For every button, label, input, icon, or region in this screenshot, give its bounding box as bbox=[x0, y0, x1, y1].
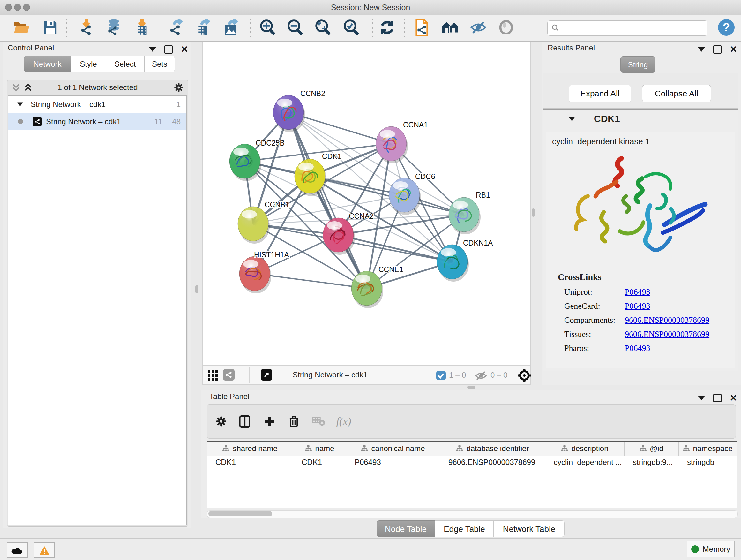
close-panel-icon[interactable]: ✕ bbox=[730, 46, 737, 53]
show-columns-icon[interactable] bbox=[239, 415, 250, 428]
table-hscrollbar[interactable] bbox=[207, 510, 738, 518]
node-CDC25B[interactable] bbox=[229, 144, 261, 181]
right-splitter-handle[interactable] bbox=[532, 208, 535, 217]
crosslink-row: Compartments: 9606.ENSP00000378699 bbox=[564, 315, 735, 325]
column-header-description[interactable]: description bbox=[545, 442, 624, 455]
help-icon[interactable]: ? bbox=[718, 19, 735, 37]
zoom-out-icon[interactable] bbox=[287, 19, 304, 37]
network-canvas[interactable]: CCNB2CCNA1CDC25BCDK1CDC6RB1CCNB1CCNA2CDK… bbox=[202, 42, 531, 366]
network-options-gear-icon[interactable] bbox=[174, 83, 184, 92]
node-HIST1H1A[interactable] bbox=[239, 256, 271, 294]
node-CDC6[interactable] bbox=[389, 178, 421, 215]
search-icon bbox=[551, 24, 559, 32]
string-network-badge-icon[interactable] bbox=[223, 369, 234, 381]
string-network-icon bbox=[32, 117, 42, 126]
column-header-namespace[interactable]: namespace bbox=[679, 442, 737, 455]
edge-CCNB2-CCNE1[interactable] bbox=[288, 112, 367, 288]
toolbar-separator bbox=[373, 19, 373, 37]
warning-status-button[interactable] bbox=[34, 543, 55, 558]
tab-network[interactable]: Network bbox=[24, 56, 71, 72]
close-panel-icon[interactable]: ✕ bbox=[181, 46, 188, 53]
create-column-plus-icon[interactable] bbox=[264, 416, 275, 427]
float-panel-icon[interactable] bbox=[149, 47, 156, 52]
hidden-eye-icon[interactable] bbox=[475, 371, 487, 381]
save-icon[interactable] bbox=[43, 20, 58, 36]
tab-string[interactable]: String bbox=[620, 56, 656, 73]
open-folder-icon[interactable] bbox=[13, 20, 30, 36]
column-header-name[interactable]: name bbox=[293, 442, 346, 455]
toolbar-separator bbox=[250, 19, 251, 37]
collapse-all-button[interactable]: Collapse All bbox=[642, 84, 711, 103]
collapse-entry-icon[interactable] bbox=[568, 117, 576, 121]
zoom-fit-icon[interactable] bbox=[315, 19, 332, 37]
node-CCNB2[interactable] bbox=[273, 95, 305, 132]
node-CCNE1[interactable] bbox=[351, 271, 383, 308]
import-database-icon[interactable] bbox=[105, 19, 122, 37]
table-options-gear-icon[interactable] bbox=[216, 416, 226, 427]
refresh-icon[interactable] bbox=[379, 19, 395, 37]
export-network-icon[interactable] bbox=[167, 19, 184, 37]
maximize-panel-icon[interactable] bbox=[164, 45, 173, 54]
network-tree-row[interactable]: String Network – cdk1 11 48 bbox=[8, 113, 186, 130]
import-string-document-icon[interactable] bbox=[414, 18, 430, 38]
cytoscape-window: Session: New Session bbox=[0, 0, 741, 560]
node-CDKN1A[interactable] bbox=[437, 245, 469, 282]
edge-CCNE1-HIST1H1A[interactable] bbox=[255, 273, 367, 288]
export-image-icon[interactable] bbox=[223, 19, 239, 37]
node-RB1[interactable] bbox=[449, 197, 481, 234]
column-header-database-identifier[interactable]: database identifier bbox=[440, 442, 545, 455]
column-header--id[interactable]: @id bbox=[624, 442, 679, 455]
crosslink-value-link[interactable]: 9606.ENSP00000378699 bbox=[625, 315, 710, 325]
delete-table-icon[interactable] bbox=[313, 417, 325, 426]
tab-select[interactable]: Select bbox=[106, 56, 144, 72]
crosslink-value-link[interactable]: P06493 bbox=[625, 301, 650, 311]
birds-eye-view-icon[interactable] bbox=[208, 370, 219, 381]
open-in-browser-icon[interactable] bbox=[261, 369, 272, 381]
zoom-selected-icon[interactable] bbox=[343, 19, 360, 37]
export-table-icon[interactable] bbox=[195, 19, 212, 37]
maximize-panel-icon[interactable] bbox=[713, 394, 722, 402]
column-header-shared-name[interactable]: shared name bbox=[207, 442, 293, 455]
tab-network-table[interactable]: Network Table bbox=[494, 520, 564, 537]
node-label-CDKN1A: CDKN1A bbox=[463, 239, 493, 247]
horizontal-splitter-handle[interactable] bbox=[467, 386, 475, 389]
home-icon[interactable] bbox=[441, 20, 459, 36]
crosslink-value-link[interactable]: P06493 bbox=[625, 287, 650, 297]
search-input[interactable] bbox=[562, 22, 703, 34]
zoom-in-icon[interactable] bbox=[259, 19, 277, 37]
fit-selected-crosshair-icon[interactable] bbox=[517, 368, 531, 382]
expand-all-button[interactable]: Expand All bbox=[569, 84, 631, 103]
selected-count-checkbox-icon[interactable] bbox=[436, 371, 446, 381]
left-splitter-handle[interactable] bbox=[195, 285, 199, 294]
node-table[interactable]: shared namenamecanonical namedatabase id… bbox=[207, 441, 737, 508]
tab-node-table[interactable]: Node Table bbox=[377, 520, 435, 537]
cloud-status-button[interactable] bbox=[7, 543, 28, 558]
crosslink-value-link[interactable]: 9606.ENSP00000378699 bbox=[625, 329, 710, 339]
maximize-panel-icon[interactable] bbox=[713, 45, 722, 54]
import-network-icon[interactable] bbox=[78, 19, 94, 37]
titlebar: Session: New Session bbox=[0, 0, 741, 15]
memory-button[interactable]: Memory bbox=[687, 541, 735, 557]
node-label-CCNE1: CCNE1 bbox=[379, 265, 403, 273]
node-CCNA2[interactable] bbox=[323, 218, 355, 255]
function-builder-icon[interactable]: f(x) bbox=[336, 415, 351, 428]
tab-style[interactable]: Style bbox=[71, 56, 106, 72]
delete-column-trash-icon[interactable] bbox=[289, 415, 299, 428]
network-tree-row[interactable]: String Network – cdk1 1 bbox=[8, 96, 186, 113]
float-panel-icon[interactable] bbox=[698, 396, 705, 400]
crosslink-value-link[interactable]: P06493 bbox=[625, 344, 650, 353]
table-row[interactable]: CDK1CDK1P064939606.ENSP00000378699cyclin… bbox=[207, 456, 737, 469]
import-table-icon[interactable] bbox=[134, 19, 150, 37]
eye-icon[interactable] bbox=[498, 20, 514, 36]
node-CCNA1[interactable] bbox=[376, 126, 408, 164]
node-CCNB1[interactable] bbox=[238, 206, 270, 244]
float-panel-icon[interactable] bbox=[698, 47, 705, 52]
table-hscrollbar-thumb[interactable] bbox=[208, 511, 272, 516]
column-header-canonical-name[interactable]: canonical name bbox=[346, 442, 440, 455]
tree-expand-icon[interactable] bbox=[17, 103, 23, 106]
hide-unhide-icon[interactable] bbox=[470, 20, 487, 36]
node-CDK1[interactable] bbox=[294, 159, 327, 196]
close-panel-icon[interactable]: ✕ bbox=[730, 395, 737, 401]
tab-sets[interactable]: Sets bbox=[144, 56, 175, 72]
tab-edge-table[interactable]: Edge Table bbox=[435, 520, 494, 537]
